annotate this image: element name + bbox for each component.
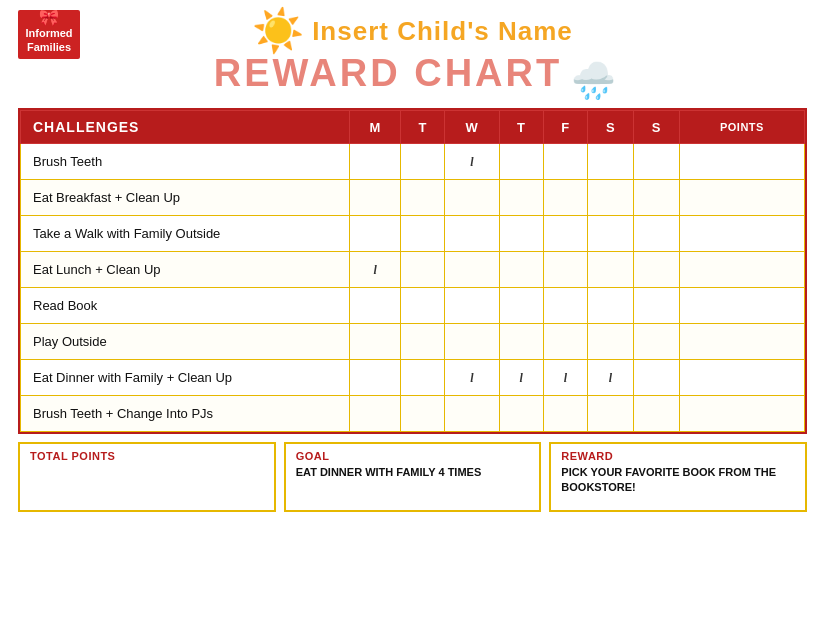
challenge-cell: Eat Lunch + Clean Up	[21, 252, 350, 288]
day-cell: l	[445, 360, 499, 396]
day-cell	[350, 288, 401, 324]
challenge-cell: Take a Walk with Family Outside	[21, 216, 350, 252]
day-cell	[350, 360, 401, 396]
goal-label: GOAL	[296, 450, 530, 462]
col-points: POINTS	[679, 111, 804, 144]
day-cell	[588, 216, 634, 252]
day-cell	[633, 288, 679, 324]
challenge-cell: Eat Dinner with Family + Clean Up	[21, 360, 350, 396]
day-cell	[543, 324, 587, 360]
reward-table-container: CHALLENGES M T W T F S S POINTS Brush Te…	[18, 108, 807, 434]
day-cell	[543, 288, 587, 324]
checkmark-icon: l	[519, 371, 522, 385]
day-cell: l	[543, 360, 587, 396]
day-cell	[401, 288, 445, 324]
day-cell: l	[499, 360, 543, 396]
day-cell	[350, 324, 401, 360]
total-points-label: TOTAL POINTS	[30, 450, 264, 462]
cloud-icon: 🌧️	[571, 60, 616, 102]
day-cell	[445, 396, 499, 432]
day-cell	[401, 216, 445, 252]
points-cell	[679, 216, 804, 252]
goal-card: GOAL EAT DINNER WITH FAMILY 4 TIMES	[284, 442, 542, 512]
points-cell	[679, 288, 804, 324]
header-top-row: ☀️ Insert Child's Name	[252, 10, 573, 52]
day-cell	[543, 396, 587, 432]
reward-value: PICK YOUR FAVORITE BOOK FROM THE BOOKSTO…	[561, 465, 795, 496]
day-cell	[350, 216, 401, 252]
logo-area: 🎀 Informed Families	[18, 10, 80, 59]
col-f: F	[543, 111, 587, 144]
day-cell	[499, 252, 543, 288]
day-cell	[633, 324, 679, 360]
day-cell	[633, 180, 679, 216]
challenge-cell: Brush Teeth	[21, 144, 350, 180]
day-cell	[499, 396, 543, 432]
day-cell	[499, 144, 543, 180]
checkmark-icon: l	[374, 263, 377, 277]
day-cell	[401, 180, 445, 216]
table-row: Read Book	[21, 288, 805, 324]
goal-value: EAT DINNER WITH FAMILY 4 TIMES	[296, 465, 530, 480]
day-cell	[633, 216, 679, 252]
challenge-cell: Brush Teeth + Change Into PJs	[21, 396, 350, 432]
day-cell	[350, 144, 401, 180]
points-cell	[679, 180, 804, 216]
day-cell	[401, 360, 445, 396]
col-challenges: CHALLENGES	[21, 111, 350, 144]
day-cell	[633, 396, 679, 432]
table-header-row: CHALLENGES M T W T F S S POINTS	[21, 111, 805, 144]
header-subtitle: REWARD CHART	[214, 54, 562, 92]
day-cell: l	[588, 360, 634, 396]
day-cell	[445, 288, 499, 324]
day-cell	[543, 216, 587, 252]
challenge-cell: Eat Breakfast + Clean Up	[21, 180, 350, 216]
logo-box: 🎀 Informed Families	[18, 10, 80, 59]
total-points-card: TOTAL POINTS	[18, 442, 276, 512]
col-t1: T	[401, 111, 445, 144]
day-cell	[588, 252, 634, 288]
day-cell	[499, 180, 543, 216]
day-cell	[350, 180, 401, 216]
day-cell	[588, 324, 634, 360]
points-cell	[679, 396, 804, 432]
table-row: Eat Breakfast + Clean Up	[21, 180, 805, 216]
day-cell	[588, 180, 634, 216]
table-row: Brush Teeth + Change Into PJs	[21, 396, 805, 432]
checkmark-icon: l	[470, 371, 473, 385]
logo-informed: Informed	[25, 27, 72, 39]
checkmark-icon: l	[564, 371, 567, 385]
day-cell	[445, 324, 499, 360]
day-cell	[350, 396, 401, 432]
challenge-cell: Read Book	[21, 288, 350, 324]
col-s1: S	[588, 111, 634, 144]
day-cell	[499, 288, 543, 324]
day-cell	[401, 396, 445, 432]
day-cell	[633, 360, 679, 396]
day-cell	[543, 252, 587, 288]
day-cell	[633, 252, 679, 288]
points-cell	[679, 324, 804, 360]
bottom-row: TOTAL POINTS GOAL EAT DINNER WITH FAMILY…	[18, 442, 807, 512]
reward-card: REWARD PICK YOUR FAVORITE BOOK FROM THE …	[549, 442, 807, 512]
challenge-cell: Play Outside	[21, 324, 350, 360]
day-cell	[401, 324, 445, 360]
table-row: Eat Lunch + Clean Upl	[21, 252, 805, 288]
header-center: ☀️ Insert Child's Name REWARD CHART 🌧️	[214, 10, 611, 94]
reward-label: REWARD	[561, 450, 795, 462]
day-cell	[401, 144, 445, 180]
day-cell: l	[350, 252, 401, 288]
col-w: W	[445, 111, 499, 144]
table-row: Play Outside	[21, 324, 805, 360]
day-cell	[588, 396, 634, 432]
sun-icon: ☀️	[252, 10, 304, 52]
day-cell	[543, 180, 587, 216]
table-row: Eat Dinner with Family + Clean Upllll	[21, 360, 805, 396]
col-s2: S	[633, 111, 679, 144]
col-t2: T	[499, 111, 543, 144]
day-cell	[445, 216, 499, 252]
points-cell	[679, 252, 804, 288]
day-cell	[543, 144, 587, 180]
col-m: M	[350, 111, 401, 144]
ribbon-icon: 🎀	[39, 8, 59, 27]
